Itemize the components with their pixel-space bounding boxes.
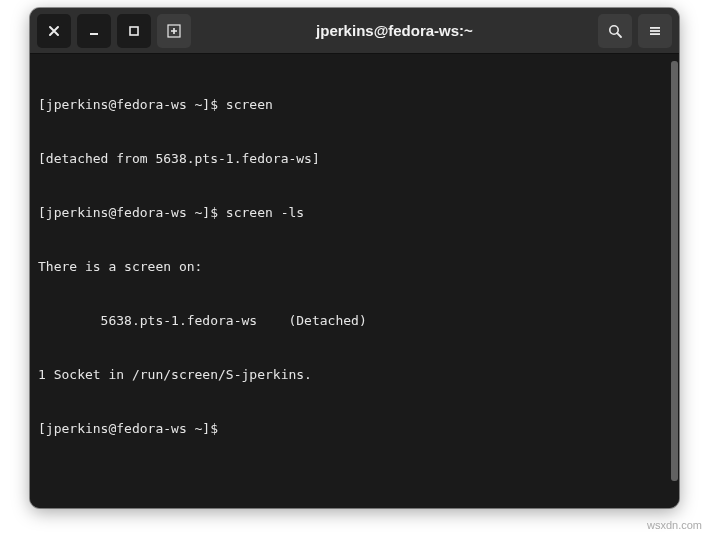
terminal-line: [jperkins@fedora-ws ~]$	[38, 420, 671, 438]
minimize-button[interactable]	[77, 14, 111, 48]
terminal-window: jperkins@fedora-ws:~ [jperkins@fedora-ws…	[30, 8, 679, 508]
minimize-icon	[88, 25, 100, 37]
close-button[interactable]	[37, 14, 71, 48]
search-icon	[607, 23, 623, 39]
svg-rect-1	[130, 27, 138, 35]
scrollbar[interactable]	[671, 61, 678, 481]
close-icon	[48, 25, 60, 37]
svg-rect-5	[650, 30, 660, 32]
svg-rect-6	[650, 33, 660, 35]
terminal-line: 5638.pts-1.fedora-ws (Detached)	[38, 312, 671, 330]
search-button[interactable]	[598, 14, 632, 48]
titlebar: jperkins@fedora-ws:~	[30, 8, 679, 54]
watermark: wsxdn.com	[647, 519, 702, 531]
terminal-line: There is a screen on:	[38, 258, 671, 276]
titlebar-right-controls	[598, 14, 672, 48]
terminal-line: 1 Socket in /run/screen/S-jperkins.	[38, 366, 671, 384]
menu-button[interactable]	[638, 14, 672, 48]
terminal-line: [jperkins@fedora-ws ~]$ screen -ls	[38, 204, 671, 222]
terminal-line: [detached from 5638.pts-1.fedora-ws]	[38, 150, 671, 168]
maximize-button[interactable]	[117, 14, 151, 48]
new-tab-button[interactable]	[157, 14, 191, 48]
new-tab-icon	[166, 23, 182, 39]
maximize-icon	[128, 25, 140, 37]
window-title: jperkins@fedora-ws:~	[197, 22, 592, 39]
terminal-line: [jperkins@fedora-ws ~]$ screen	[38, 96, 671, 114]
svg-rect-0	[90, 33, 98, 35]
svg-rect-4	[650, 27, 660, 29]
hamburger-icon	[647, 23, 663, 39]
titlebar-left-controls	[37, 14, 191, 48]
terminal-content[interactable]: [jperkins@fedora-ws ~]$ screen [detached…	[30, 54, 679, 508]
